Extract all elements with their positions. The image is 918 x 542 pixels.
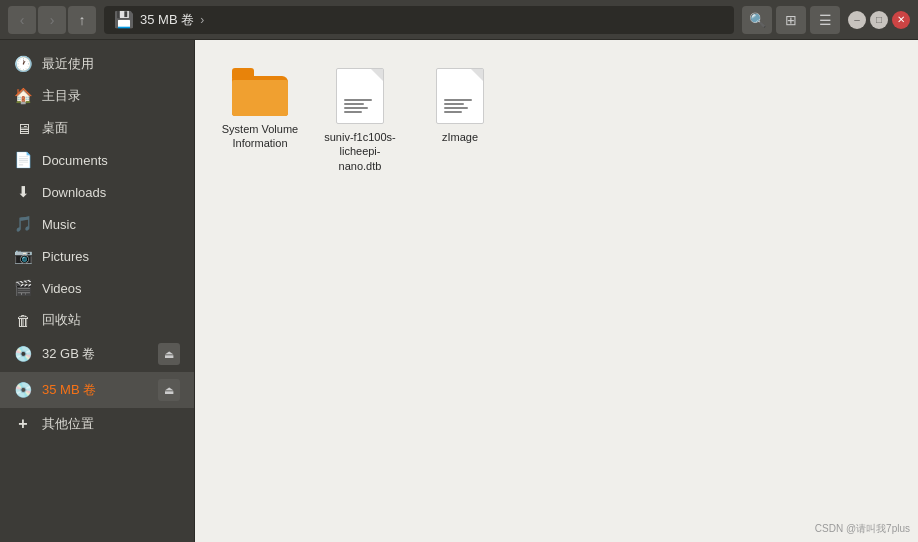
close-button[interactable]: ✕ [892, 11, 910, 29]
sidebar-label-videos: Videos [42, 281, 82, 296]
watermark: CSDN @请叫我7plus [815, 522, 910, 536]
sidebar-label-trash: 回收站 [42, 311, 81, 329]
sidebar-item-32gb[interactable]: 💿 32 GB 卷 ⏏ [0, 336, 194, 372]
search-button[interactable]: 🔍 [742, 6, 772, 34]
sidebar-item-other[interactable]: + 其他位置 [0, 408, 194, 440]
sidebar-label-music: Music [42, 217, 76, 232]
sidebar-item-music[interactable]: 🎵 Music [0, 208, 194, 240]
doc-icon-suniv [336, 68, 384, 124]
drive-32gb-icon: 💿 [14, 345, 32, 363]
sidebar-item-35mb[interactable]: 💿 35 MB 卷 ⏏ [0, 372, 194, 408]
file-item-suniv[interactable]: suniv-f1c100s-licheepi-nano.dtb [315, 60, 405, 181]
sidebar-item-videos[interactable]: 🎬 Videos [0, 272, 194, 304]
file-area: System Volume Information suniv-f1c100s-… [195, 40, 918, 201]
sidebar-item-trash[interactable]: 🗑 回收站 [0, 304, 194, 336]
window-controls: – □ ✕ [848, 11, 910, 29]
trash-icon: 🗑 [14, 311, 32, 329]
location-bar[interactable]: 💾 35 MB 卷 › [104, 6, 734, 34]
sidebar-item-documents[interactable]: 📄 Documents [0, 144, 194, 176]
home-icon: 🏠 [14, 87, 32, 105]
titlebar-actions: 🔍 ⊞ ☰ [742, 6, 840, 34]
eject-32gb-button[interactable]: ⏏ [158, 343, 180, 365]
location-text: 35 MB 卷 [140, 11, 194, 29]
eject-35mb-button[interactable]: ⏏ [158, 379, 180, 401]
pictures-icon: 📷 [14, 247, 32, 265]
main-area: 🕐 最近使用 🏠 主目录 🖥 桌面 📄 Documents ⬇ Download… [0, 40, 918, 542]
documents-icon: 📄 [14, 151, 32, 169]
file-area-container: System Volume Information suniv-f1c100s-… [195, 40, 918, 542]
nav-buttons: ‹ › ↑ [8, 6, 96, 34]
maximize-button[interactable]: □ [870, 11, 888, 29]
view-toggle-button[interactable]: ⊞ [776, 6, 806, 34]
sidebar-item-home[interactable]: 🏠 主目录 [0, 80, 194, 112]
file-item-zimage[interactable]: zImage [415, 60, 505, 181]
downloads-icon: ⬇ [14, 183, 32, 201]
music-icon: 🎵 [14, 215, 32, 233]
sidebar-label-desktop: 桌面 [42, 119, 68, 137]
folder-icon [232, 68, 288, 116]
file-name-zimage: zImage [442, 130, 478, 144]
sidebar-label-32gb: 32 GB 卷 [42, 345, 95, 363]
sidebar-label-pictures: Pictures [42, 249, 89, 264]
sidebar-label-other: 其他位置 [42, 415, 94, 433]
sidebar: 🕐 最近使用 🏠 主目录 🖥 桌面 📄 Documents ⬇ Download… [0, 40, 195, 542]
doc-icon-zimage [436, 68, 484, 124]
sidebar-label-documents: Documents [42, 153, 108, 168]
recent-icon: 🕐 [14, 55, 32, 73]
up-button[interactable]: ↑ [68, 6, 96, 34]
sidebar-label-home: 主目录 [42, 87, 81, 105]
sidebar-item-pictures[interactable]: 📷 Pictures [0, 240, 194, 272]
back-button[interactable]: ‹ [8, 6, 36, 34]
sidebar-label-downloads: Downloads [42, 185, 106, 200]
sidebar-item-desktop[interactable]: 🖥 桌面 [0, 112, 194, 144]
other-icon: + [14, 415, 32, 433]
sidebar-item-recent[interactable]: 🕐 最近使用 [0, 48, 194, 80]
minimize-button[interactable]: – [848, 11, 866, 29]
sidebar-label-35mb: 35 MB 卷 [42, 381, 96, 399]
videos-icon: 🎬 [14, 279, 32, 297]
volume-icon: 💾 [114, 10, 134, 29]
titlebar: ‹ › ↑ 💾 35 MB 卷 › 🔍 ⊞ ☰ – □ ✕ [0, 0, 918, 40]
desktop-icon: 🖥 [14, 119, 32, 137]
forward-button[interactable]: › [38, 6, 66, 34]
file-name-sysvolinfo: System Volume Information [219, 122, 301, 151]
sidebar-item-downloads[interactable]: ⬇ Downloads [0, 176, 194, 208]
location-arrow: › [200, 13, 204, 27]
sidebar-label-recent: 最近使用 [42, 55, 94, 73]
file-name-suniv: suniv-f1c100s-licheepi-nano.dtb [319, 130, 401, 173]
file-item-sysvolinfo[interactable]: System Volume Information [215, 60, 305, 181]
menu-button[interactable]: ☰ [810, 6, 840, 34]
drive-35mb-icon: 💿 [14, 381, 32, 399]
